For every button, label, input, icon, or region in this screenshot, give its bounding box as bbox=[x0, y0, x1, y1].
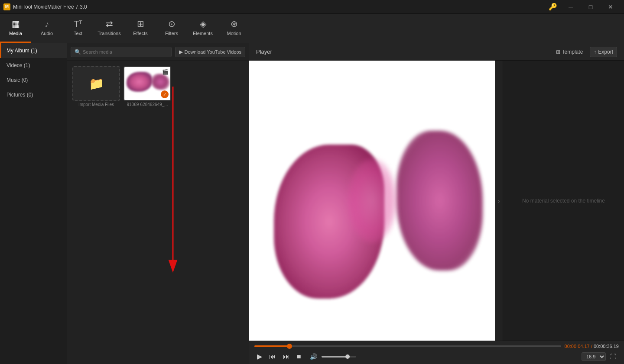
progress-bar[interactable] bbox=[254, 345, 561, 347]
search-icon: 🔍 bbox=[75, 49, 81, 55]
minimize-button[interactable]: ─ bbox=[561, 0, 581, 14]
toolbar-text-label: Text bbox=[74, 31, 82, 36]
audio-icon: ♪ bbox=[45, 19, 49, 29]
import-item[interactable]: 📁 Import Media Files bbox=[72, 66, 120, 107]
player-controls: 00:00:04.17 / 00:00:36.19 ▶ ⏮ ⏭ ■ 🔊 bbox=[249, 341, 624, 364]
toolbar-filters-label: Filters bbox=[165, 31, 178, 36]
video-thumb[interactable]: 🎬 ✓ bbox=[124, 66, 171, 101]
template-label: Template bbox=[562, 49, 583, 55]
transitions-icon: ⇄ bbox=[106, 19, 113, 29]
media-toolbar: 🔍 ▶ Download YouTube Videos bbox=[67, 43, 249, 61]
filters-icon: ⊙ bbox=[168, 19, 176, 29]
export-button[interactable]: ↑ Export bbox=[590, 47, 617, 57]
template-icon: ⊞ bbox=[556, 49, 560, 55]
toolbar-motion-label: Motion bbox=[227, 31, 241, 36]
media-panel: 🔍 ▶ Download YouTube Videos 📁 Import Med… bbox=[67, 43, 249, 364]
player-area: Player ⊞ Template ↑ Export bbox=[249, 43, 624, 364]
volume-bar[interactable] bbox=[322, 356, 356, 358]
total-time: 00:00:36.19 bbox=[594, 344, 619, 349]
chevron-right-icon: › bbox=[498, 197, 500, 204]
export-label: Export bbox=[598, 49, 613, 55]
download-label: Download YouTube Videos bbox=[185, 49, 242, 55]
close-button[interactable]: ✕ bbox=[601, 0, 621, 14]
sidebar-item-videos[interactable]: Videos (1) bbox=[0, 58, 67, 73]
progress-fill bbox=[254, 345, 289, 347]
folder-icon: 📁 bbox=[89, 77, 104, 91]
import-thumb[interactable]: 📁 bbox=[72, 66, 120, 101]
titlebar: M MiniTool MovieMaker Free 7.3.0 🔑 ─ □ ✕ bbox=[0, 0, 624, 14]
toolbar-transitions-label: Transitions bbox=[98, 31, 120, 36]
toolbar-media-label: Media bbox=[9, 31, 22, 36]
toolbar-audio[interactable]: ♪ Audio bbox=[31, 14, 62, 43]
video-badge-icon: 🎬 bbox=[162, 69, 169, 75]
elements-icon: ◈ bbox=[200, 19, 206, 29]
media-icon: ▦ bbox=[12, 19, 20, 29]
motion-icon: ⊛ bbox=[231, 19, 238, 29]
toolbar-media[interactable]: ▦ Media bbox=[0, 14, 31, 43]
sidebar-item-pictures[interactable]: Pictures (0) bbox=[0, 87, 67, 102]
volume-handle[interactable] bbox=[345, 354, 350, 359]
app-logo: M bbox=[3, 3, 10, 10]
sidebar-item-my-album[interactable]: My Album (1) bbox=[0, 43, 67, 58]
toolbar-text[interactable]: Tᵀ Text bbox=[62, 14, 94, 43]
search-input[interactable] bbox=[83, 49, 168, 55]
player-expand-button[interactable]: › bbox=[495, 61, 503, 341]
time-display: 00:00:04.17 / 00:00:36.19 bbox=[565, 344, 619, 349]
progress-bar-area: 00:00:04.17 / 00:00:36.19 bbox=[254, 344, 619, 349]
player-header: Player ⊞ Template ↑ Export bbox=[249, 43, 624, 61]
video-display bbox=[249, 61, 495, 341]
fullscreen-button[interactable]: ⛶ bbox=[608, 352, 619, 361]
toolbar-elements[interactable]: ◈ Elements bbox=[187, 14, 218, 43]
search-wrap[interactable]: 🔍 bbox=[71, 47, 172, 57]
download-youtube-button[interactable]: ▶ Download YouTube Videos bbox=[175, 47, 246, 57]
toolbar: ▦ Media ♪ Audio Tᵀ Text ⇄ Transitions ⊞ … bbox=[0, 14, 624, 43]
selected-badge: ✓ bbox=[161, 90, 169, 98]
main-area: My Album (1) Videos (1) Music (0) Pictur… bbox=[0, 43, 624, 364]
sidebar: My Album (1) Videos (1) Music (0) Pictur… bbox=[0, 43, 67, 364]
smoke-center-visual bbox=[348, 158, 396, 242]
import-label: Import Media Files bbox=[78, 102, 114, 107]
template-button[interactable]: ⊞ Template bbox=[552, 47, 587, 57]
key-icon: 🔑 bbox=[549, 3, 557, 11]
stop-button[interactable]: ■ bbox=[294, 352, 304, 361]
play-button[interactable]: ▶ bbox=[254, 351, 265, 361]
volume-control: 🔊 bbox=[307, 352, 356, 361]
toolbar-filters[interactable]: ⊙ Filters bbox=[156, 14, 187, 43]
player-actions: ⊞ Template ↑ Export bbox=[552, 47, 617, 57]
youtube-icon: ▶ bbox=[179, 49, 183, 55]
app-title: MiniTool MovieMaker Free 7.3.0 bbox=[13, 4, 87, 10]
progress-handle[interactable] bbox=[287, 344, 292, 349]
toolbar-effects[interactable]: ⊞ Effects bbox=[125, 14, 156, 43]
skip-back-button[interactable]: ⏮ bbox=[266, 352, 279, 361]
no-material-text: No material selected on the timeline bbox=[522, 198, 605, 204]
maximize-button[interactable]: □ bbox=[581, 0, 601, 14]
effects-icon: ⊞ bbox=[137, 19, 144, 29]
toolbar-transitions[interactable]: ⇄ Transitions bbox=[94, 14, 125, 43]
media-grid: 📁 Import Media Files 🎬 ✓ 91069-628462649… bbox=[67, 61, 249, 364]
player-title: Player bbox=[256, 48, 272, 55]
text-icon: Tᵀ bbox=[74, 19, 82, 29]
aspect-ratio-select[interactable]: 16:9 9:16 4:3 1:1 bbox=[582, 352, 606, 361]
player-content: › No material selected on the timeline bbox=[249, 61, 624, 341]
toolbar-audio-label: Audio bbox=[41, 31, 53, 36]
smoke-right-visual bbox=[396, 131, 482, 271]
export-icon: ↑ bbox=[594, 49, 596, 55]
volume-button[interactable]: 🔊 bbox=[307, 352, 320, 361]
toolbar-motion[interactable]: ⊛ Motion bbox=[218, 14, 250, 43]
skip-forward-button[interactable]: ⏭ bbox=[280, 352, 292, 361]
video-file-item[interactable]: 🎬 ✓ 91069-628462649_... bbox=[124, 66, 171, 107]
sidebar-item-music[interactable]: Music (0) bbox=[0, 73, 67, 87]
video-file-label: 91069-628462649_... bbox=[127, 102, 168, 107]
current-time: 00:00:04.17 bbox=[565, 344, 590, 349]
toolbar-effects-label: Effects bbox=[133, 31, 147, 36]
volume-fill bbox=[322, 356, 348, 358]
playback-controls: ▶ ⏮ ⏭ ■ 🔊 16:9 9:16 4:3 1:1 ⛶ bbox=[254, 351, 619, 361]
toolbar-elements-label: Elements bbox=[193, 31, 213, 36]
no-material-panel: No material selected on the timeline bbox=[503, 61, 624, 341]
